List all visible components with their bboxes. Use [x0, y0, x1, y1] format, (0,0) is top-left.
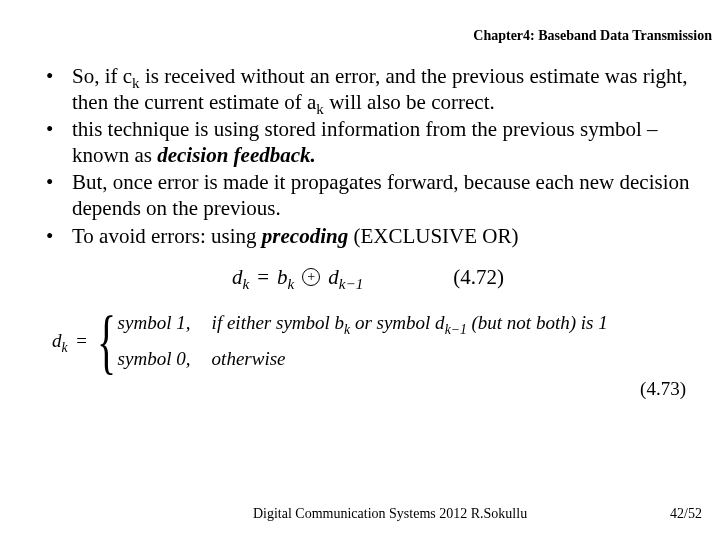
var-b: b: [277, 265, 288, 289]
xor-icon: +: [302, 268, 320, 286]
slide-footer: Digital Communication Systems 2012 R.Sok…: [0, 506, 720, 522]
equals-sign: =: [257, 265, 269, 290]
var-d: d: [328, 265, 339, 289]
emphasis: decision feedback.: [157, 143, 316, 167]
equation-473: dk = { symbol 1, if either symbol bk or …: [52, 312, 698, 370]
chapter-header: Chapter4: Baseband Data Transmission: [0, 0, 720, 44]
eq-lhs: dk = bk + dk−1: [232, 265, 363, 290]
case-value: symbol 1,: [118, 312, 212, 334]
list-item: But, once error is made it propagates fo…: [38, 170, 698, 221]
text-fragment: will also be correct.: [324, 90, 495, 114]
list-item: So, if ck is received without an error, …: [38, 64, 698, 115]
subscript: k−1: [339, 276, 363, 292]
subscript: k: [62, 340, 68, 355]
eq-lhs: dk =: [52, 330, 97, 352]
subscript: k−1: [445, 322, 467, 337]
equations: dk = bk + dk−1 (4.72) dk = { symbol 1, i…: [38, 265, 698, 400]
text-fragment: To avoid errors: using: [72, 224, 262, 248]
text-fragment: But, once error is made it propagates fo…: [72, 170, 690, 220]
subscript: k: [288, 276, 295, 292]
cases: symbol 1, if either symbol bk or symbol …: [118, 312, 608, 370]
text-fragment: otherwise: [212, 348, 292, 370]
emphasis: precoding: [262, 224, 348, 248]
var-d: d: [52, 330, 62, 351]
equals-sign: =: [72, 330, 87, 351]
case-condition: otherwise: [212, 348, 292, 370]
equation-472: dk = bk + dk−1 (4.72): [38, 265, 698, 290]
case-row: symbol 0, otherwise: [118, 348, 608, 370]
page-number: 42/52: [670, 506, 702, 522]
chapter-title: Chapter4: Baseband Data Transmission: [473, 28, 712, 43]
text-fragment: or symbol d: [350, 312, 444, 333]
equation-label: (4.72): [453, 265, 504, 290]
bullet-list: So, if ck is received without an error, …: [38, 64, 698, 249]
list-item: To avoid errors: using precoding (EXCLUS…: [38, 224, 698, 250]
subscript: k: [316, 101, 324, 117]
text-fragment: So, if c: [72, 64, 132, 88]
case-condition: if either symbol bk or symbol dk−1 (but …: [212, 312, 608, 334]
footer-center: Digital Communication Systems 2012 R.Sok…: [0, 506, 670, 522]
text-fragment: if either symbol b: [212, 312, 344, 333]
case-row: symbol 1, if either symbol bk or symbol …: [118, 312, 608, 334]
list-item: this technique is using stored informati…: [38, 117, 698, 168]
text-fragment: (EXCLUSIVE OR): [348, 224, 518, 248]
curly-brace-icon: {: [97, 313, 116, 369]
var-d: d: [232, 265, 243, 289]
case-value: symbol 0,: [118, 348, 212, 370]
subscript: k: [243, 276, 250, 292]
slide-content: So, if ck is received without an error, …: [0, 44, 720, 400]
text-fragment: (but not both) is 1: [467, 312, 608, 333]
equation-label: (4.73): [38, 378, 698, 400]
